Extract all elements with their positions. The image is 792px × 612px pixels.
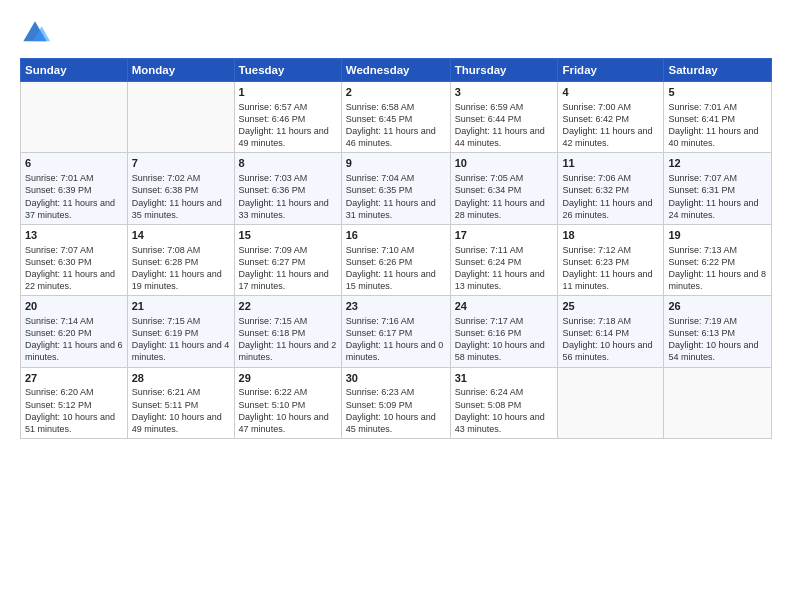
calendar-cell: 28Sunrise: 6:21 AM Sunset: 5:11 PM Dayli… [127, 367, 234, 438]
calendar-cell: 23Sunrise: 7:16 AM Sunset: 6:17 PM Dayli… [341, 296, 450, 367]
calendar-cell: 5Sunrise: 7:01 AM Sunset: 6:41 PM Daylig… [664, 82, 772, 153]
day-number: 31 [455, 371, 554, 386]
day-number: 21 [132, 299, 230, 314]
calendar-header-tuesday: Tuesday [234, 59, 341, 82]
calendar-header-sunday: Sunday [21, 59, 128, 82]
day-info: Sunrise: 7:01 AM Sunset: 6:39 PM Dayligh… [25, 172, 123, 221]
calendar-header-thursday: Thursday [450, 59, 558, 82]
day-number: 9 [346, 156, 446, 171]
day-number: 14 [132, 228, 230, 243]
day-info: Sunrise: 7:15 AM Sunset: 6:18 PM Dayligh… [239, 315, 337, 364]
day-info: Sunrise: 7:15 AM Sunset: 6:19 PM Dayligh… [132, 315, 230, 364]
calendar-week-3: 13Sunrise: 7:07 AM Sunset: 6:30 PM Dayli… [21, 224, 772, 295]
calendar-week-4: 20Sunrise: 7:14 AM Sunset: 6:20 PM Dayli… [21, 296, 772, 367]
calendar-cell [127, 82, 234, 153]
calendar-cell: 24Sunrise: 7:17 AM Sunset: 6:16 PM Dayli… [450, 296, 558, 367]
day-number: 19 [668, 228, 767, 243]
day-info: Sunrise: 7:17 AM Sunset: 6:16 PM Dayligh… [455, 315, 554, 364]
day-number: 29 [239, 371, 337, 386]
calendar-cell: 18Sunrise: 7:12 AM Sunset: 6:23 PM Dayli… [558, 224, 664, 295]
calendar-cell: 30Sunrise: 6:23 AM Sunset: 5:09 PM Dayli… [341, 367, 450, 438]
day-info: Sunrise: 7:04 AM Sunset: 6:35 PM Dayligh… [346, 172, 446, 221]
calendar-cell: 25Sunrise: 7:18 AM Sunset: 6:14 PM Dayli… [558, 296, 664, 367]
day-number: 10 [455, 156, 554, 171]
day-info: Sunrise: 7:00 AM Sunset: 6:42 PM Dayligh… [562, 101, 659, 150]
calendar-cell [21, 82, 128, 153]
logo-icon [20, 18, 50, 48]
calendar-cell [558, 367, 664, 438]
calendar-header-friday: Friday [558, 59, 664, 82]
day-info: Sunrise: 7:12 AM Sunset: 6:23 PM Dayligh… [562, 244, 659, 293]
day-number: 2 [346, 85, 446, 100]
calendar-cell [664, 367, 772, 438]
day-number: 11 [562, 156, 659, 171]
day-number: 12 [668, 156, 767, 171]
calendar-cell: 10Sunrise: 7:05 AM Sunset: 6:34 PM Dayli… [450, 153, 558, 224]
day-info: Sunrise: 7:03 AM Sunset: 6:36 PM Dayligh… [239, 172, 337, 221]
calendar-cell: 11Sunrise: 7:06 AM Sunset: 6:32 PM Dayli… [558, 153, 664, 224]
day-info: Sunrise: 7:07 AM Sunset: 6:31 PM Dayligh… [668, 172, 767, 221]
page: SundayMondayTuesdayWednesdayThursdayFrid… [0, 0, 792, 612]
calendar-cell: 6Sunrise: 7:01 AM Sunset: 6:39 PM Daylig… [21, 153, 128, 224]
day-number: 27 [25, 371, 123, 386]
calendar-cell: 27Sunrise: 6:20 AM Sunset: 5:12 PM Dayli… [21, 367, 128, 438]
day-number: 16 [346, 228, 446, 243]
day-number: 25 [562, 299, 659, 314]
day-info: Sunrise: 7:16 AM Sunset: 6:17 PM Dayligh… [346, 315, 446, 364]
day-info: Sunrise: 7:09 AM Sunset: 6:27 PM Dayligh… [239, 244, 337, 293]
day-number: 7 [132, 156, 230, 171]
calendar-header-monday: Monday [127, 59, 234, 82]
calendar-cell: 3Sunrise: 6:59 AM Sunset: 6:44 PM Daylig… [450, 82, 558, 153]
day-number: 1 [239, 85, 337, 100]
calendar-cell: 22Sunrise: 7:15 AM Sunset: 6:18 PM Dayli… [234, 296, 341, 367]
day-info: Sunrise: 6:22 AM Sunset: 5:10 PM Dayligh… [239, 386, 337, 435]
day-info: Sunrise: 7:14 AM Sunset: 6:20 PM Dayligh… [25, 315, 123, 364]
calendar-cell: 16Sunrise: 7:10 AM Sunset: 6:26 PM Dayli… [341, 224, 450, 295]
day-info: Sunrise: 7:13 AM Sunset: 6:22 PM Dayligh… [668, 244, 767, 293]
day-info: Sunrise: 7:07 AM Sunset: 6:30 PM Dayligh… [25, 244, 123, 293]
calendar-header-saturday: Saturday [664, 59, 772, 82]
day-info: Sunrise: 7:01 AM Sunset: 6:41 PM Dayligh… [668, 101, 767, 150]
calendar-cell: 7Sunrise: 7:02 AM Sunset: 6:38 PM Daylig… [127, 153, 234, 224]
calendar-week-1: 1Sunrise: 6:57 AM Sunset: 6:46 PM Daylig… [21, 82, 772, 153]
day-number: 24 [455, 299, 554, 314]
calendar-cell: 29Sunrise: 6:22 AM Sunset: 5:10 PM Dayli… [234, 367, 341, 438]
calendar-cell: 13Sunrise: 7:07 AM Sunset: 6:30 PM Dayli… [21, 224, 128, 295]
day-number: 8 [239, 156, 337, 171]
day-info: Sunrise: 7:02 AM Sunset: 6:38 PM Dayligh… [132, 172, 230, 221]
logo [20, 18, 54, 48]
day-number: 18 [562, 228, 659, 243]
day-info: Sunrise: 6:24 AM Sunset: 5:08 PM Dayligh… [455, 386, 554, 435]
day-info: Sunrise: 7:11 AM Sunset: 6:24 PM Dayligh… [455, 244, 554, 293]
day-number: 3 [455, 85, 554, 100]
calendar-header-row: SundayMondayTuesdayWednesdayThursdayFrid… [21, 59, 772, 82]
calendar-cell: 1Sunrise: 6:57 AM Sunset: 6:46 PM Daylig… [234, 82, 341, 153]
calendar-cell: 9Sunrise: 7:04 AM Sunset: 6:35 PM Daylig… [341, 153, 450, 224]
day-info: Sunrise: 7:10 AM Sunset: 6:26 PM Dayligh… [346, 244, 446, 293]
day-number: 4 [562, 85, 659, 100]
day-number: 13 [25, 228, 123, 243]
day-info: Sunrise: 6:20 AM Sunset: 5:12 PM Dayligh… [25, 386, 123, 435]
day-info: Sunrise: 6:23 AM Sunset: 5:09 PM Dayligh… [346, 386, 446, 435]
day-info: Sunrise: 7:06 AM Sunset: 6:32 PM Dayligh… [562, 172, 659, 221]
day-number: 30 [346, 371, 446, 386]
day-number: 6 [25, 156, 123, 171]
calendar-cell: 4Sunrise: 7:00 AM Sunset: 6:42 PM Daylig… [558, 82, 664, 153]
calendar-week-2: 6Sunrise: 7:01 AM Sunset: 6:39 PM Daylig… [21, 153, 772, 224]
calendar-cell: 31Sunrise: 6:24 AM Sunset: 5:08 PM Dayli… [450, 367, 558, 438]
day-number: 26 [668, 299, 767, 314]
calendar-cell: 19Sunrise: 7:13 AM Sunset: 6:22 PM Dayli… [664, 224, 772, 295]
day-number: 20 [25, 299, 123, 314]
day-info: Sunrise: 7:05 AM Sunset: 6:34 PM Dayligh… [455, 172, 554, 221]
header [20, 18, 772, 48]
day-number: 17 [455, 228, 554, 243]
calendar-cell: 15Sunrise: 7:09 AM Sunset: 6:27 PM Dayli… [234, 224, 341, 295]
calendar-cell: 12Sunrise: 7:07 AM Sunset: 6:31 PM Dayli… [664, 153, 772, 224]
calendar-cell: 14Sunrise: 7:08 AM Sunset: 6:28 PM Dayli… [127, 224, 234, 295]
day-info: Sunrise: 6:59 AM Sunset: 6:44 PM Dayligh… [455, 101, 554, 150]
day-info: Sunrise: 7:18 AM Sunset: 6:14 PM Dayligh… [562, 315, 659, 364]
day-number: 15 [239, 228, 337, 243]
calendar-cell: 8Sunrise: 7:03 AM Sunset: 6:36 PM Daylig… [234, 153, 341, 224]
calendar-cell: 17Sunrise: 7:11 AM Sunset: 6:24 PM Dayli… [450, 224, 558, 295]
calendar-cell: 2Sunrise: 6:58 AM Sunset: 6:45 PM Daylig… [341, 82, 450, 153]
